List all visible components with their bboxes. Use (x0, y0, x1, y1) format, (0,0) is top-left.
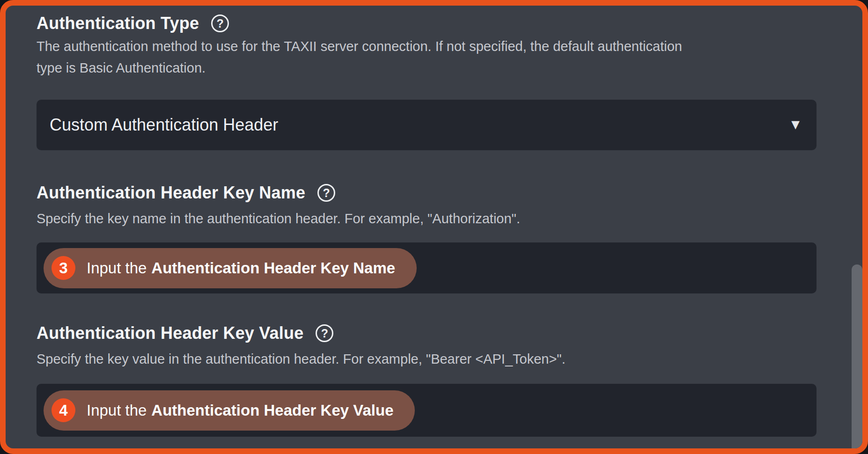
auth-header-key-value-input[interactable]: 4 Input theAuthentication Header Key Val… (37, 384, 817, 437)
help-icon[interactable]: ? (211, 15, 229, 32)
field-description: Specify the key name in the authenticati… (37, 208, 692, 229)
field-label-auth-header-key-name: Authentication Header Key Name (37, 183, 305, 203)
field-label-row: Authentication Header Key Value ? (37, 322, 333, 344)
field-label-row: Authentication Header Key Name ? (37, 182, 335, 204)
field-label-auth-header-key-value: Authentication Header Key Value (37, 323, 303, 343)
step-3-annotation: 3 Input theAuthentication Header Key Nam… (44, 248, 417, 288)
authentication-type-select[interactable]: Custom Authentication Header ▼ (37, 100, 817, 150)
help-icon[interactable]: ? (316, 324, 333, 342)
field-label-authentication-type: Authentication Type (37, 14, 199, 33)
annotation-text: Input theAuthentication Header Key Value (87, 402, 393, 419)
help-icon[interactable]: ? (317, 184, 335, 202)
annotation-text: Input theAuthentication Header Key Name (87, 259, 395, 277)
step-4-annotation: 4 Input theAuthentication Header Key Val… (44, 390, 415, 431)
step-number-badge: 3 (51, 256, 75, 280)
field-label-row: Authentication Type ? (37, 12, 229, 35)
chevron-down-icon: ▼ (788, 117, 802, 132)
field-description: The authentication method to use for the… (37, 36, 692, 79)
vertical-scrollbar-thumb[interactable] (852, 264, 862, 448)
form-panel: Authentication Type ? The authentication… (0, 0, 868, 454)
auth-header-key-name-input[interactable]: 3 Input theAuthentication Header Key Nam… (37, 242, 817, 293)
selected-option-label: Custom Authentication Header (50, 115, 278, 135)
field-description: Specify the key value in the authenticat… (37, 348, 692, 370)
step-number-badge: 4 (51, 398, 75, 422)
